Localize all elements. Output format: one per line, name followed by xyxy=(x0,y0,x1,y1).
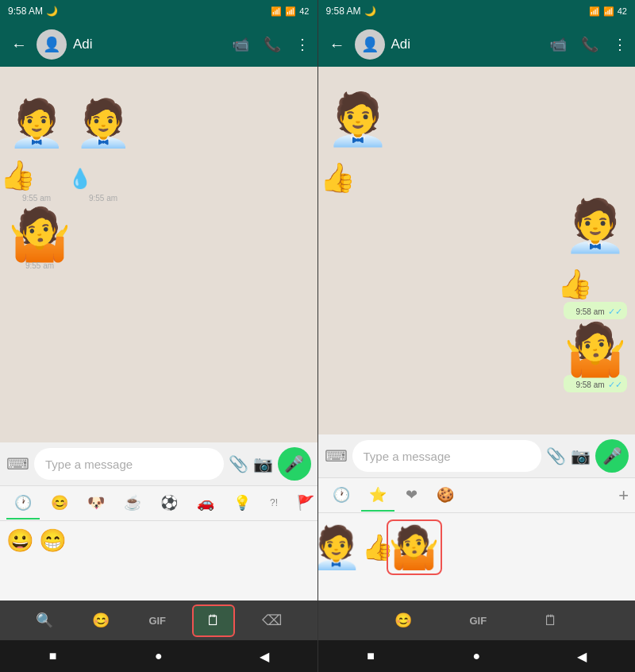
sticker-thumbs-left: 🧑‍💼👍 9:55 am xyxy=(8,100,65,203)
nav-sticker-left[interactable]: 🗒 xyxy=(192,604,235,637)
nav-square-right[interactable]: ■ xyxy=(359,649,383,663)
right-chat-area: 9:55 am 🧑‍💼👍 🧑‍💼👍 9:58 am ✓✓ 🤷 xyxy=(318,67,636,434)
emoji-tab-food[interactable]: ☕ xyxy=(116,488,149,519)
sticker-tabs-right: 🕐 ⭐ ❤ 🍪 + xyxy=(318,478,636,513)
signal-icon: 📶 xyxy=(285,6,296,17)
nav-square-left[interactable]: ■ xyxy=(41,649,65,663)
status-right: 📶 📶 42 xyxy=(271,6,309,17)
emoji-tabs-left: 🕐 😊 🐶 ☕ ⚽ 🚗 💡 ?! 🚩 xyxy=(0,486,318,521)
camera-icon-left[interactable]: 📷 xyxy=(253,454,273,473)
right-sticker-panel: 🕐 ⭐ ❤ 🍪 + 🧑‍💼👍 🤷 xyxy=(318,477,636,601)
keyboard-icon-right[interactable]: ⌨ xyxy=(325,446,348,465)
time-bubble-right: 9:55 am xyxy=(326,73,628,89)
left-input-area: ⌨ Type a message 📎 📷 🎤 xyxy=(0,442,318,485)
sticker-add-button[interactable]: + xyxy=(618,485,629,506)
time-right: 9:58 AM xyxy=(326,6,361,17)
nav-search-left[interactable]: 🔍 xyxy=(23,605,66,635)
sticker-shrug-item[interactable]: 🤷 xyxy=(387,519,442,575)
emoji-tab-flags[interactable]: 🚩 xyxy=(289,488,317,519)
sticker-tab-star[interactable]: ⭐ xyxy=(361,480,394,512)
right-input-area: ⌨ Type a message 📎 📷 🎤 xyxy=(318,434,636,477)
left-status-bar: 9:58 AM 🌙 📶 📶 42 xyxy=(0,0,318,22)
message-input-right[interactable]: Type a message xyxy=(352,440,542,472)
mic-button-left[interactable]: 🎤 xyxy=(278,447,311,481)
mic-icon-right: 🎤 xyxy=(602,446,622,465)
right-phone-panel: 9:58 AM 🌙 📶 📶 42 ← 👤 Adi 📹 📞 ⋮ 9:55 am xyxy=(318,0,636,672)
contact-name-right: Adi xyxy=(391,37,544,52)
sticker-sweat-left: 🧑‍💼💧 9:55 am xyxy=(75,100,132,203)
time-left: 9:58 AM xyxy=(8,6,43,17)
sticker-sent-shrug: 🤷 9:58 am ✓✓ xyxy=(564,324,627,392)
camera-icon-right[interactable]: 📷 xyxy=(571,446,591,465)
sticker-tab-recent[interactable]: 🕐 xyxy=(325,480,358,512)
right-chat-header: ← 👤 Adi 📹 📞 ⋮ xyxy=(318,22,636,67)
battery-right: 42 xyxy=(618,6,627,16)
date-label-left: TODAY xyxy=(8,79,310,94)
sticker-content-right: 🧑‍💼👍 🤷 xyxy=(318,513,636,601)
emoji-content-left: 😀 😁 xyxy=(0,521,318,601)
emoji-tab-symbols[interactable]: ?! xyxy=(262,491,286,516)
right-status-left: 9:58 AM 🌙 xyxy=(326,6,376,17)
phone-icon-left[interactable]: 📞 xyxy=(264,36,281,53)
message-input-left[interactable]: Type a message xyxy=(34,448,224,480)
nav-delete-left[interactable]: ⌫ xyxy=(249,605,294,635)
emoji-tab-travel[interactable]: 🚗 xyxy=(189,488,222,519)
moon-icon-right: 🌙 xyxy=(364,6,376,17)
battery-left: 42 xyxy=(299,6,309,16)
nav-back-right[interactable]: ◀ xyxy=(570,649,594,664)
sticker-thumbs-item[interactable]: 🧑‍💼👍 xyxy=(325,519,380,575)
wifi-icon-right: 📶 xyxy=(589,6,600,17)
wifi-icon: 📶 xyxy=(271,6,282,17)
moon-icon: 🌙 xyxy=(46,6,58,17)
left-android-nav: ■ ● ◀ xyxy=(0,640,318,672)
nav-back-left[interactable]: ◀ xyxy=(252,649,276,664)
emoji-beam[interactable]: 😁 xyxy=(39,527,67,554)
video-call-icon-right[interactable]: 📹 xyxy=(549,36,567,53)
right-status-right: 📶 📶 42 xyxy=(589,6,627,17)
keyboard-icon-left[interactable]: ⌨ xyxy=(6,454,29,473)
back-button-right[interactable]: ← xyxy=(326,33,348,57)
right-status-bar: 9:58 AM 🌙 📶 📶 42 xyxy=(318,0,636,22)
emoji-tab-sports[interactable]: ⚽ xyxy=(152,488,186,519)
left-phone-panel: 9:58 AM 🌙 📶 📶 42 ← 👤 Adi 📹 📞 ⋮ TODAY xyxy=(0,0,318,672)
attach-icon-right[interactable]: 📎 xyxy=(546,446,566,465)
avatar-left[interactable]: 👤 xyxy=(37,29,67,60)
more-icon-right[interactable]: ⋮ xyxy=(613,36,627,53)
sticker-received-thumbs: 🧑‍💼👍 xyxy=(326,94,390,195)
emoji-tab-smile[interactable]: 😊 xyxy=(43,488,76,519)
right-android-nav: ■ ● ◀ xyxy=(318,640,636,672)
left-chat-header: ← 👤 Adi 📹 📞 ⋮ xyxy=(0,22,318,67)
mic-icon-left: 🎤 xyxy=(284,454,304,473)
sticker-sent-thumbs: 🧑‍💼👍 9:58 am ✓✓ xyxy=(564,200,627,319)
emoji-grin[interactable]: 😀 xyxy=(6,527,34,554)
nav-emoji-left[interactable]: 😊 xyxy=(79,605,122,635)
nav-gif-left[interactable]: GIF xyxy=(136,608,179,633)
header-icons-right: 📹 📞 ⋮ xyxy=(549,36,627,53)
video-call-icon-left[interactable]: 📹 xyxy=(232,36,249,53)
back-button-left[interactable]: ← xyxy=(8,33,30,57)
nav-circle-right[interactable]: ● xyxy=(464,649,488,663)
attach-icon-left[interactable]: 📎 xyxy=(229,454,248,473)
more-icon-left[interactable]: ⋮ xyxy=(295,36,310,53)
nav-circle-left[interactable]: ● xyxy=(147,649,171,663)
left-chat-area: TODAY 🧑‍💼👍 9:55 am 🧑‍💼💧 9:55 am 🤷 9:55 a… xyxy=(0,67,318,442)
nav-emoji-right[interactable]: 😊 xyxy=(382,605,425,635)
contact-name-left: Adi xyxy=(73,37,225,52)
mic-button-right[interactable]: 🎤 xyxy=(595,439,629,473)
avatar-right[interactable]: 👤 xyxy=(355,29,385,60)
emoji-tab-recent[interactable]: 🕐 xyxy=(6,488,40,519)
sticker-tab-heart[interactable]: ❤ xyxy=(398,480,425,512)
nav-sticker-right[interactable]: 🗒 xyxy=(531,606,571,635)
sticker-shrug-left: 🤷 9:55 am xyxy=(8,209,71,270)
right-keyboard-nav: 😊 GIF 🗒 xyxy=(318,601,636,640)
emoji-tab-animals[interactable]: 🐶 xyxy=(79,488,113,519)
left-emoji-panel: 🕐 😊 🐶 ☕ ⚽ 🚗 💡 ?! 🚩 😀 😁 xyxy=(0,485,318,601)
emoji-tab-objects[interactable]: 💡 xyxy=(225,488,259,519)
left-keyboard-nav: 🔍 😊 GIF 🗒 ⌫ xyxy=(0,601,318,640)
phone-icon-right[interactable]: 📞 xyxy=(581,36,598,53)
signal-icon-right: 📶 xyxy=(603,6,614,17)
status-left: 9:58 AM 🌙 xyxy=(8,6,58,17)
header-icons-left: 📹 📞 ⋮ xyxy=(232,36,310,53)
sticker-tab-cookie[interactable]: 🍪 xyxy=(429,480,462,512)
nav-gif-right[interactable]: GIF xyxy=(456,608,499,633)
